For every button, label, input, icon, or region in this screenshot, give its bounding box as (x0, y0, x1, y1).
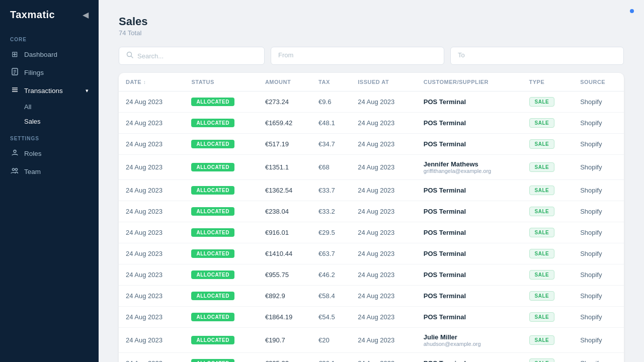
type-badge: SALE (529, 228, 555, 237)
transactions-icon (10, 86, 19, 95)
table-row[interactable]: 24 Aug 2023 ALLOCATED €190.7 €20 24 Aug … (119, 328, 624, 353)
customer-name: Jennifer Mathews (424, 160, 515, 168)
cell-amount: €273.24 (258, 92, 311, 113)
table-row[interactable]: 24 Aug 2023 ALLOCATED €238.04 €33.2 24 A… (119, 201, 624, 222)
cell-amount: €1351.1 (258, 155, 311, 180)
cell-type: SALE (522, 222, 574, 243)
table-row[interactable]: 24 Aug 2023 ALLOCATED €1410.44 €63.7 24 … (119, 243, 624, 264)
sidebar-sub-item-sales[interactable]: Sales (0, 114, 99, 129)
cell-status: ALLOCATED (184, 222, 258, 243)
cell-customer: POS Terminal (417, 113, 522, 134)
cell-tax: €36.1 (311, 353, 351, 363)
customer-name: POS Terminal (424, 313, 515, 321)
cell-source: Shopify (573, 113, 624, 134)
cell-tax: €29.5 (311, 222, 351, 243)
cell-status: ALLOCATED (184, 201, 258, 222)
table-row[interactable]: 24 Aug 2023 ALLOCATED €905.32 €36.1 24 A… (119, 353, 624, 363)
sidebar-item-label: Team (24, 168, 41, 175)
sidebar-item-dashboard[interactable]: ⊞ Dashboard (0, 45, 99, 63)
cell-status: ALLOCATED (184, 92, 258, 113)
table-row[interactable]: 24 Aug 2023 ALLOCATED €517.19 €34.7 24 A… (119, 134, 624, 155)
team-icon (10, 167, 19, 176)
sidebar-item-roles[interactable]: Roles (0, 144, 99, 162)
cell-tax: €34.7 (311, 134, 351, 155)
table-row[interactable]: 24 Aug 2023 ALLOCATED €1362.54 €33.7 24 … (119, 180, 624, 201)
col-tax: TAX (311, 73, 351, 92)
search-input[interactable] (137, 52, 257, 60)
cell-date: 24 Aug 2023 (119, 134, 184, 155)
cell-status: ALLOCATED (184, 180, 258, 201)
type-badge: SALE (529, 335, 555, 345)
table-row[interactable]: 24 Aug 2023 ALLOCATED €1659.42 €48.1 24 … (119, 113, 624, 134)
cell-source: Shopify (573, 286, 624, 307)
cell-issued-at: 24 Aug 2023 (351, 201, 416, 222)
cell-type: SALE (522, 264, 574, 286)
table-row[interactable]: 24 Aug 2023 ALLOCATED €955.75 €46.2 24 A… (119, 264, 624, 286)
roles-icon (10, 149, 19, 158)
cell-date: 24 Aug 2023 (119, 286, 184, 307)
status-badge: ALLOCATED (191, 186, 234, 195)
cell-status: ALLOCATED (184, 264, 258, 286)
cell-status: ALLOCATED (184, 353, 258, 363)
cell-customer: POS Terminal (417, 180, 522, 201)
cell-tax: €54.5 (311, 307, 351, 328)
col-amount: AMOUNT (258, 73, 311, 92)
cell-tax: €46.2 (311, 264, 351, 286)
sidebar-collapse-button[interactable]: ◀ (83, 10, 89, 20)
cell-date: 24 Aug 2023 (119, 201, 184, 222)
type-badge: SALE (529, 139, 555, 149)
customer-email: griffithangela@example.org (424, 168, 515, 174)
type-badge: SALE (529, 249, 555, 258)
cell-status: ALLOCATED (184, 307, 258, 328)
cell-type: SALE (522, 286, 574, 307)
sidebar-item-transactions[interactable]: Transactions ▾ (0, 81, 99, 100)
to-date-input[interactable]: To (450, 47, 624, 65)
from-date-input[interactable]: From (271, 47, 444, 65)
cell-customer: POS Terminal (417, 307, 522, 328)
col-customer: CUSTOMER/SUPPLIER (417, 73, 522, 92)
sidebar-sub-item-all[interactable]: All (0, 100, 99, 114)
status-badge: ALLOCATED (191, 292, 234, 300)
status-badge: ALLOCATED (191, 228, 234, 237)
status-badge: ALLOCATED (191, 140, 234, 148)
cell-type: SALE (522, 180, 574, 201)
status-badge: ALLOCATED (191, 336, 234, 344)
cell-issued-at: 24 Aug 2023 (351, 113, 416, 134)
cell-amount: €517.19 (258, 134, 311, 155)
cell-issued-at: 24 Aug 2023 (351, 180, 416, 201)
status-indicator-dot (630, 9, 634, 13)
search-box[interactable] (119, 47, 265, 65)
type-badge: SALE (529, 162, 555, 172)
sales-table: DATE ↕ STATUS AMOUNT TAX ISSUED AT CUSTO… (119, 73, 624, 362)
customer-email: ahudson@example.org (424, 341, 515, 347)
sidebar-sub-item-label: Sales (24, 118, 41, 125)
customer-name: POS Terminal (424, 292, 515, 300)
sidebar-item-filings[interactable]: Filings (0, 63, 99, 81)
cell-amount: €1410.44 (258, 243, 311, 264)
sales-table-container: DATE ↕ STATUS AMOUNT TAX ISSUED AT CUSTO… (119, 73, 624, 362)
cell-status: ALLOCATED (184, 113, 258, 134)
cell-date: 24 Aug 2023 (119, 180, 184, 201)
sidebar: Taxmatic ◀ CORE ⊞ Dashboard Filings Tran… (0, 0, 99, 362)
cell-type: SALE (522, 328, 574, 353)
table-row[interactable]: 24 Aug 2023 ALLOCATED €1351.1 €68 24 Aug… (119, 155, 624, 180)
cell-customer: POS Terminal (417, 222, 522, 243)
sidebar-item-team[interactable]: Team (0, 162, 99, 180)
table-row[interactable]: 24 Aug 2023 ALLOCATED €892.9 €58.4 24 Au… (119, 286, 624, 307)
sidebar-logo: Taxmatic ◀ (0, 0, 99, 30)
table-row[interactable]: 24 Aug 2023 ALLOCATED €1864.19 €54.5 24 … (119, 307, 624, 328)
table-row[interactable]: 24 Aug 2023 ALLOCATED €916.01 €29.5 24 A… (119, 222, 624, 243)
status-badge: ALLOCATED (191, 163, 234, 171)
cell-type: SALE (522, 353, 574, 363)
page-subtitle: 74 Total (119, 29, 624, 37)
status-badge: ALLOCATED (191, 313, 234, 321)
cell-tax: €68 (311, 155, 351, 180)
cell-customer: POS Terminal (417, 286, 522, 307)
col-type: TYPE (522, 73, 574, 92)
cell-type: SALE (522, 92, 574, 113)
filings-icon (10, 68, 19, 77)
table-row[interactable]: 24 Aug 2023 ALLOCATED €273.24 €9.6 24 Au… (119, 92, 624, 113)
cell-customer: POS Terminal (417, 353, 522, 363)
settings-section-label: SETTINGS (0, 129, 99, 144)
sidebar-item-label: Transactions (24, 87, 63, 95)
